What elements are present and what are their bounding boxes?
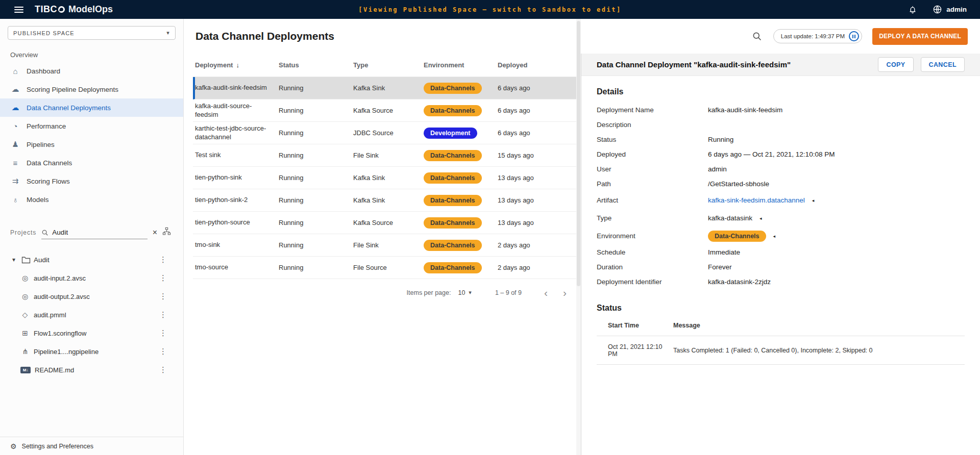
kebab-menu-icon[interactable]: ⋮ bbox=[159, 365, 167, 374]
project-hierarchy-icon[interactable] bbox=[162, 227, 171, 239]
expander-icon[interactable]: ◂ bbox=[773, 234, 776, 239]
next-page-button[interactable]: › bbox=[563, 287, 567, 298]
cell-deployment: tmo-sink bbox=[195, 241, 279, 249]
pipeline-file-icon: ⋔ bbox=[20, 347, 30, 356]
expander-icon[interactable]: ◂ bbox=[812, 198, 815, 203]
sidebar-item-data-channels[interactable]: ≡Data Channels bbox=[0, 154, 183, 172]
cell-deployment: kafka-audit-source-feedsim bbox=[195, 102, 279, 119]
deployment-row[interactable]: kafka-audit-sink-feedsimRunningKafka Sin… bbox=[193, 77, 578, 99]
projects-search-input[interactable] bbox=[52, 229, 147, 236]
kebab-menu-icon[interactable]: ⋮ bbox=[159, 310, 167, 319]
detail-field-duration: DurationForever bbox=[597, 260, 965, 274]
models-icon: ♁ bbox=[10, 195, 20, 204]
deployment-row[interactable]: kafka-audit-source-feedsimRunningKafka S… bbox=[193, 99, 578, 122]
copy-button[interactable]: COPY bbox=[878, 57, 913, 72]
published-space-notice[interactable]: [Viewing Published Space — switch to San… bbox=[358, 6, 621, 13]
sidebar-item-models[interactable]: ♁Models bbox=[0, 190, 183, 209]
field-label: Type bbox=[597, 214, 708, 222]
field-value-text: /GetStarted-sbhosle bbox=[708, 180, 769, 188]
cell-status: Running bbox=[279, 174, 353, 182]
pmml-file-icon: ◇ bbox=[20, 311, 30, 319]
tree-item-flow1-scoringflow[interactable]: ⊞Flow1.scoringflow⋮ bbox=[0, 324, 183, 342]
scrollbar-thumb[interactable] bbox=[577, 21, 580, 286]
cell-deployed: 6 days ago bbox=[498, 107, 578, 114]
search-button[interactable] bbox=[752, 31, 762, 41]
overview-section-label: Overview bbox=[10, 51, 183, 59]
dashboard-icon: ⌂ bbox=[10, 67, 20, 75]
sidebar-item-label: Scoring Flows bbox=[27, 178, 70, 185]
sidebar-item-data-channel-deployments[interactable]: ☁Data Channel Deployments bbox=[0, 98, 183, 117]
tree-item-pipeline1-ngpipeline[interactable]: ⋔Pipeline1....ngpipeline⋮ bbox=[0, 342, 183, 361]
tree-item-readme-md[interactable]: M↓README.md⋮ bbox=[0, 361, 183, 379]
deployment-row[interactable]: karthic-test-jdbc-source-datachannelRunn… bbox=[193, 122, 578, 144]
tree-item-audit-pmml[interactable]: ◇audit.pmml⋮ bbox=[0, 306, 183, 324]
tree-item-audit-input-2-avsc[interactable]: ◎audit-input.2.avsc⋮ bbox=[0, 269, 183, 287]
pagination: Items per page: 10 ▾ 1 – 9 of 9 ‹ › bbox=[184, 287, 567, 298]
sidebar-item-dashboard[interactable]: ⌂Dashboard bbox=[0, 62, 183, 80]
status-row: Oct 21, 2021 12:10 PMTasks Completed: 1 … bbox=[597, 336, 965, 365]
cancel-button[interactable]: CANCEL bbox=[921, 57, 965, 72]
user-menu[interactable]: admin bbox=[933, 5, 967, 14]
sidebar-item-label: Performance bbox=[27, 122, 66, 130]
space-selector-label: PUBLISHED SPACE bbox=[13, 30, 75, 36]
cell-environment: Data-Channels bbox=[424, 240, 498, 251]
column-header-status[interactable]: Status bbox=[279, 61, 353, 69]
items-per-page-select[interactable]: 10 ▾ bbox=[458, 289, 471, 296]
settings-and-preferences[interactable]: ⚙ Settings and Preferences bbox=[0, 437, 183, 455]
deployment-row[interactable]: tien-python-sink-2RunningKafka SinkData-… bbox=[193, 189, 578, 212]
field-label: Status bbox=[597, 136, 708, 143]
deployment-row[interactable]: tmo-sourceRunningFile SourceData-Channel… bbox=[193, 257, 578, 279]
status-table-header: Start Time Message bbox=[597, 315, 965, 336]
pipelines-icon: ♟ bbox=[10, 140, 20, 149]
tree-root-label: Audit bbox=[34, 256, 50, 264]
deployment-row[interactable]: tien-python-sinkRunningKafka SinkData-Ch… bbox=[193, 167, 578, 189]
sort-descending-icon[interactable]: ↓ bbox=[236, 61, 239, 69]
settings-label: Settings and Preferences bbox=[22, 443, 93, 450]
space-selector-dropdown[interactable]: PUBLISHED SPACE ▾ bbox=[8, 26, 176, 40]
sidebar-item-performance[interactable]: ◔Performance bbox=[0, 117, 183, 135]
sidebar-item-scoring-flows[interactable]: ⇉Scoring Flows bbox=[0, 172, 183, 190]
artifact-link[interactable]: kafka-sink-feedsim.datachannel bbox=[708, 196, 805, 204]
hamburger-menu-icon[interactable] bbox=[14, 7, 23, 13]
cell-environment: Data-Channels bbox=[424, 262, 498, 273]
sidebar-item-pipelines[interactable]: ♟Pipelines bbox=[0, 135, 183, 154]
cell-status: Running bbox=[279, 196, 353, 204]
previous-page-button[interactable]: ‹ bbox=[544, 287, 548, 298]
pause-refresh-button[interactable] bbox=[849, 31, 859, 41]
column-header-deployment[interactable]: Deployment↓ bbox=[195, 61, 279, 69]
deploy-data-channel-button[interactable]: DEPLOY A DATA CHANNEL bbox=[872, 28, 968, 45]
table-body: kafka-audit-sink-feedsimRunningKafka Sin… bbox=[193, 77, 578, 279]
field-label: Duration bbox=[597, 263, 708, 271]
column-header-type[interactable]: Type bbox=[353, 61, 424, 69]
expand-caret-icon[interactable]: ▾ bbox=[12, 256, 18, 263]
field-value: admin bbox=[708, 165, 727, 173]
notifications-bell-icon[interactable] bbox=[908, 5, 917, 14]
status-start-time: Oct 21, 2021 12:10 PM bbox=[608, 343, 673, 358]
list-scrollbar[interactable] bbox=[576, 19, 581, 455]
cell-deployed: 6 days ago bbox=[498, 84, 578, 92]
tree-files: ◎audit-input.2.avsc⋮◎audit-output.2.avsc… bbox=[0, 269, 183, 379]
tree-item-audit-output-2-avsc[interactable]: ◎audit-output.2.avsc⋮ bbox=[0, 287, 183, 306]
scoringflow-file-icon: ⊞ bbox=[20, 329, 30, 337]
kebab-menu-icon[interactable]: ⋮ bbox=[159, 273, 167, 283]
sidebar-item-scoring-pipeline-deployments[interactable]: ☁Scoring Pipeline Deployments bbox=[0, 80, 183, 98]
kebab-menu-icon[interactable]: ⋮ bbox=[159, 292, 167, 301]
kebab-menu-icon[interactable]: ⋮ bbox=[159, 328, 167, 338]
top-bar: TIBC ModelOps [Viewing Published Space —… bbox=[0, 0, 980, 19]
field-value-text: Running bbox=[708, 136, 733, 143]
cell-deployment: tien-python-sink-2 bbox=[195, 196, 279, 204]
clear-search-icon[interactable]: × bbox=[153, 228, 157, 239]
deployment-row[interactable]: Test sinkRunningFile SinkData-Channels15… bbox=[193, 144, 578, 167]
kebab-menu-icon[interactable]: ⋮ bbox=[159, 347, 167, 356]
detail-fields: Deployment Namekafka-audit-sink-feedsimD… bbox=[597, 103, 965, 289]
column-header-deployed[interactable]: Deployed bbox=[498, 61, 578, 69]
column-header-environment[interactable]: Environment bbox=[424, 61, 498, 69]
cell-deployed: 13 days ago bbox=[498, 196, 578, 204]
expander-icon[interactable]: ◂ bbox=[760, 216, 762, 221]
deployment-row[interactable]: tien-python-sourceRunningKafka SourceDat… bbox=[193, 212, 578, 234]
tree-root-audit[interactable]: ▾ Audit ⋮ bbox=[0, 250, 183, 269]
deployment-row[interactable]: tmo-sinkRunningFile SinkData-Channels2 d… bbox=[193, 234, 578, 257]
kebab-menu-icon[interactable]: ⋮ bbox=[159, 255, 167, 264]
cell-type: Kafka Sink bbox=[353, 196, 424, 204]
tree-item-label: README.md bbox=[35, 366, 74, 374]
